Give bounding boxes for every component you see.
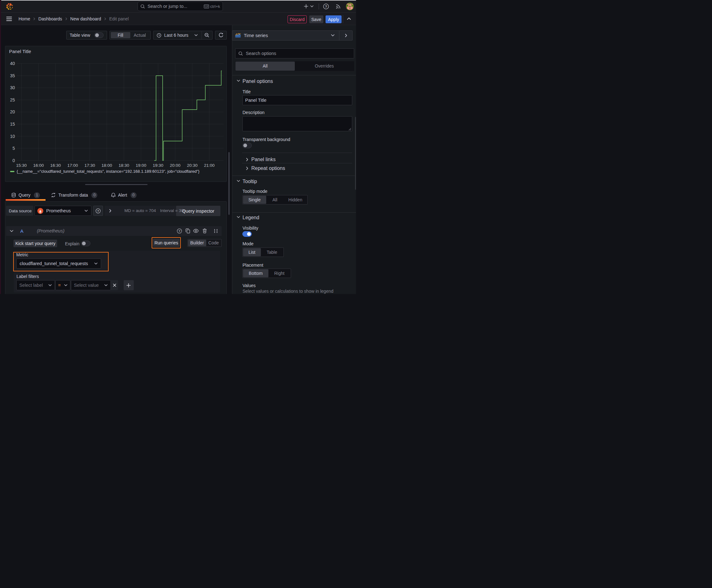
svg-text:16:00: 16:00 — [33, 163, 44, 168]
svg-text:30: 30 — [10, 85, 15, 90]
svg-text:16:30: 16:30 — [50, 163, 61, 168]
svg-text:15:30: 15:30 — [16, 163, 27, 168]
svg-text:10: 10 — [10, 134, 15, 139]
svg-text:?: ? — [325, 5, 327, 8]
svg-text:18:00: 18:00 — [102, 163, 112, 168]
svg-text:20:00: 20:00 — [170, 163, 180, 168]
svg-text:15: 15 — [10, 122, 15, 127]
svg-text:35: 35 — [10, 73, 15, 78]
svg-text:18:30: 18:30 — [118, 163, 129, 168]
svg-text:20:30: 20:30 — [187, 163, 197, 168]
svg-text:20: 20 — [10, 109, 15, 114]
svg-text:0: 0 — [13, 158, 15, 163]
svg-text:40: 40 — [10, 61, 15, 66]
svg-text:17:30: 17:30 — [84, 163, 95, 168]
svg-text:19:30: 19:30 — [153, 163, 164, 168]
svg-text:17:00: 17:00 — [67, 163, 78, 168]
svg-text:19:00: 19:00 — [136, 163, 146, 168]
svg-text:?: ? — [178, 229, 180, 233]
svg-text:21:00: 21:00 — [204, 163, 215, 168]
svg-text:25: 25 — [10, 97, 15, 102]
svg-text:5: 5 — [13, 146, 15, 151]
svg-text:?: ? — [97, 209, 99, 213]
